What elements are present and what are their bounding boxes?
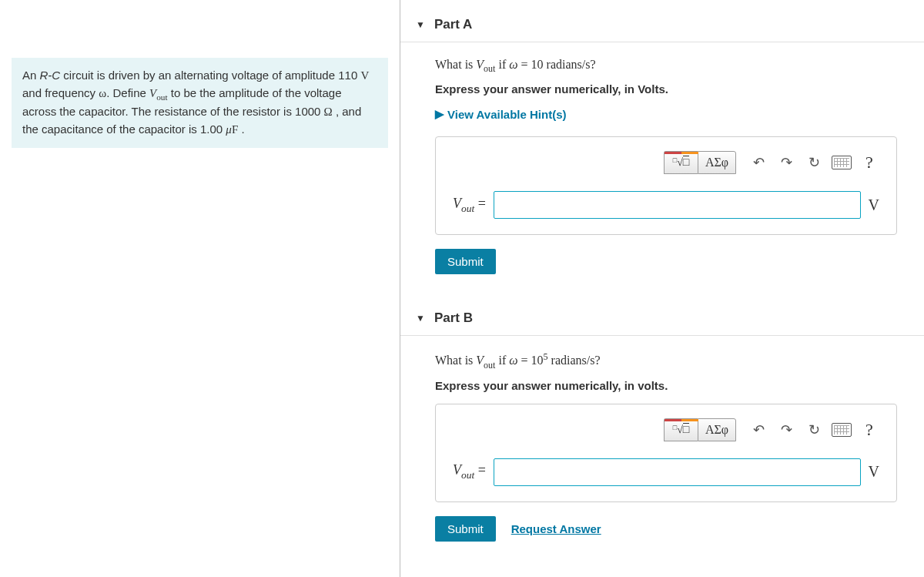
chevron-right-icon: ▶ [435, 107, 444, 121]
part-b-answer-box: □√□ ΑΣφ ↶ ↷ ↻ ? Vout = V [435, 404, 897, 502]
keyboard-icon[interactable] [832, 420, 852, 440]
part-b-submit-button[interactable]: Submit [435, 516, 496, 542]
request-answer-link[interactable]: Request Answer [511, 522, 601, 535]
part-a-instruction: Express your answer numerically, in Volt… [435, 82, 897, 96]
part-b-var-label: Vout = [453, 462, 486, 481]
part-a-answer-box: □√□ ΑΣφ ↶ ↷ ↻ ? Vout = V [435, 136, 897, 235]
part-a-question: What is Vout if ω = 10 radians/s? [435, 58, 897, 75]
reset-icon[interactable]: ↻ [804, 420, 824, 440]
part-b-unit: V [869, 463, 879, 481]
templates-tab[interactable]: □√□ [664, 151, 698, 174]
part-a-answer-input[interactable] [494, 191, 861, 219]
part-a-header[interactable]: ▼ Part A [400, 0, 924, 42]
undo-icon[interactable]: ↶ [748, 420, 768, 440]
help-icon[interactable]: ? [859, 420, 879, 440]
part-b-answer-input[interactable] [494, 458, 861, 486]
redo-icon[interactable]: ↷ [776, 420, 796, 440]
part-b-header[interactable]: ▼ Part B [400, 294, 924, 336]
greek-tab[interactable]: ΑΣφ [698, 151, 736, 174]
help-icon[interactable]: ? [859, 153, 879, 173]
collapse-icon: ▼ [416, 19, 425, 30]
part-a-submit-button[interactable]: Submit [435, 249, 496, 274]
templates-tab[interactable]: □√□ [664, 418, 698, 441]
part-b-question: What is Vout if ω = 105 radians/s? [435, 351, 897, 371]
collapse-icon: ▼ [416, 313, 425, 324]
problem-statement: An R-C circuit is driven by an alternati… [12, 58, 388, 148]
sqrt-icon: □√□ [673, 156, 690, 169]
part-a-var-label: Vout = [453, 196, 486, 215]
sqrt-icon: □√□ [673, 424, 690, 436]
part-a-title: Part A [434, 17, 472, 32]
reset-icon[interactable]: ↻ [804, 153, 824, 173]
greek-tab[interactable]: ΑΣφ [698, 418, 736, 441]
part-b-instruction: Express your answer numerically, in volt… [435, 379, 897, 392]
part-b-title: Part B [434, 310, 473, 326]
undo-icon[interactable]: ↶ [748, 153, 768, 173]
keyboard-icon[interactable] [832, 153, 852, 173]
part-a-unit: V [869, 196, 879, 214]
view-hints-link[interactable]: ▶ View Available Hint(s) [435, 107, 567, 121]
redo-icon[interactable]: ↷ [776, 153, 796, 173]
